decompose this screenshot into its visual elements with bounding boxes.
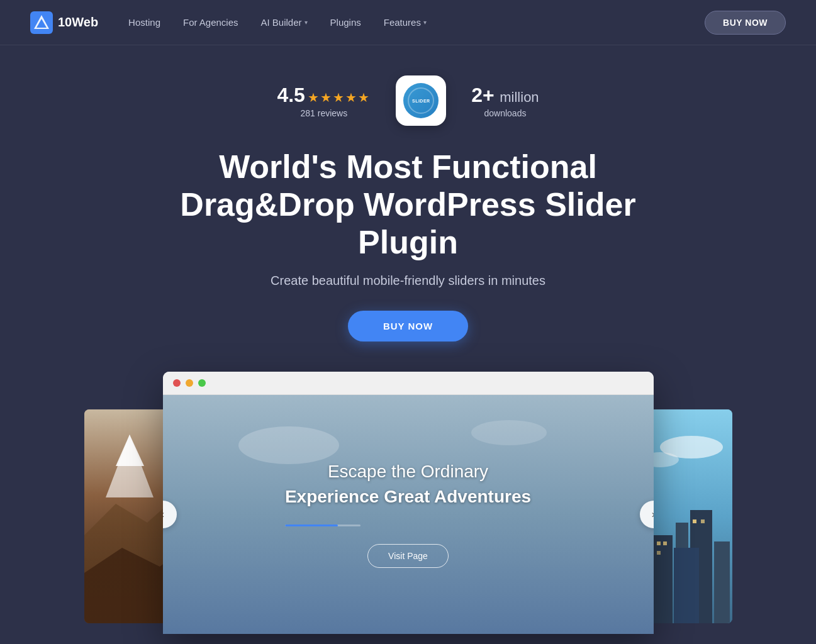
ai-builder-chevron: ▾ [305, 19, 308, 26]
slider-content: Escape the Ordinary Experience Great Adv… [285, 462, 531, 568]
logo[interactable]: 10Web [30, 11, 98, 34]
svg-rect-20 [657, 551, 661, 555]
nav-plugins[interactable]: Plugins [330, 17, 361, 28]
logo-text: 10Web [58, 15, 98, 30]
svg-rect-16 [690, 510, 712, 623]
svg-rect-17 [714, 541, 730, 623]
stats-row: 4.5 ★★★★★ 281 reviews SLIDER 2+ million … [277, 75, 539, 126]
nav-ai-builder[interactable]: AI Builder ▾ [261, 17, 308, 28]
nav-links: Hosting For Agencies AI Builder ▾ Plugin… [128, 17, 705, 28]
features-chevron: ▾ [423, 19, 427, 26]
slider-visit-button[interactable]: Visit Page [367, 544, 449, 568]
svg-rect-15 [676, 523, 688, 623]
browser-container: Escape the Ordinary Experience Great Adv… [30, 372, 786, 634]
browser-toolbar [163, 372, 654, 395]
browser-dot-green [198, 379, 206, 387]
downloads-label: downloads [471, 108, 539, 118]
side-image-right [641, 409, 732, 623]
star-icons: ★★★★★ [308, 91, 371, 104]
slider-logo: SLIDER [403, 83, 439, 118]
review-count: 281 reviews [277, 108, 371, 118]
hero-buy-button[interactable]: BUY NOW [348, 311, 468, 341]
hero-headline: World's Most Functional Drag&Drop WordPr… [150, 148, 666, 261]
svg-marker-6 [84, 497, 176, 623]
city-image [641, 409, 732, 623]
browser-dot-red [173, 379, 181, 387]
slider-sub-text: Experience Great Adventures [285, 487, 531, 507]
svg-rect-19 [663, 541, 667, 545]
downloads-stat: 2+ million downloads [471, 84, 539, 118]
hero-subheadline: Create beautiful mobile-friendly sliders… [271, 274, 545, 288]
hero-section: 4.5 ★★★★★ 281 reviews SLIDER 2+ million … [0, 45, 816, 634]
nav-buy-button[interactable]: BUY NOW [705, 11, 786, 35]
nav-hosting[interactable]: Hosting [128, 17, 160, 28]
svg-rect-14 [654, 535, 673, 623]
svg-marker-7 [84, 548, 176, 623]
slider-main-text: Escape the Ordinary [285, 462, 531, 482]
mountain-image [84, 409, 176, 623]
plugin-icon: SLIDER [396, 75, 446, 126]
svg-rect-21 [693, 519, 696, 523]
svg-point-9 [238, 426, 339, 464]
logo-icon [30, 11, 53, 34]
slider-progress-bar [285, 525, 360, 526]
browser-dot-yellow [186, 379, 193, 387]
svg-point-10 [471, 420, 547, 445]
side-image-left [84, 409, 176, 623]
rating-stat: 4.5 ★★★★★ 281 reviews [277, 84, 371, 118]
browser-content: Escape the Ordinary Experience Great Adv… [163, 395, 654, 634]
svg-rect-18 [657, 541, 661, 545]
nav-agencies[interactable]: For Agencies [183, 17, 238, 28]
browser-mockup: Escape the Ordinary Experience Great Adv… [163, 372, 654, 634]
rating-score: 4.5 ★★★★★ [277, 84, 371, 107]
svg-rect-22 [701, 519, 705, 523]
nav-features[interactable]: Features ▾ [384, 17, 427, 28]
main-nav: 10Web Hosting For Agencies AI Builder ▾ … [0, 0, 816, 45]
slider-progress-fill [285, 525, 338, 526]
